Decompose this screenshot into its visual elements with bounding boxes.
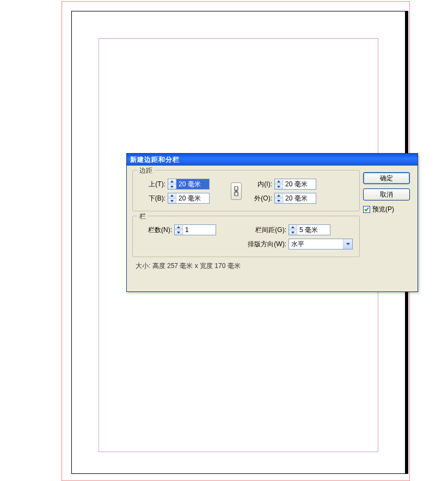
margins-columns-dialog: 新建边距和分栏 边距 上(T):	[126, 153, 418, 292]
dialog-titlebar[interactable]: 新建边距和分栏	[127, 154, 418, 166]
columns-legend: 栏	[137, 212, 148, 221]
column-count-label: 栏数(N):	[139, 226, 174, 235]
margins-legend: 边距	[137, 166, 155, 175]
margin-top-input[interactable]	[176, 179, 209, 189]
margin-bottom-label: 下(B):	[139, 194, 168, 203]
margin-inside-input[interactable]	[283, 179, 316, 189]
checkmark-icon	[364, 207, 369, 212]
cancel-button[interactable]: 取消	[363, 188, 410, 200]
margin-outside-input[interactable]	[283, 193, 316, 203]
direction-value: 水平	[289, 240, 343, 249]
spinner-up-icon[interactable]	[289, 225, 297, 230]
margin-bottom-spinner[interactable]	[168, 193, 210, 204]
margins-group: 边距 上(T):	[132, 170, 360, 211]
spinner-down-icon[interactable]	[168, 199, 176, 204]
margin-top-label: 上(T):	[139, 180, 168, 189]
link-margins-button[interactable]	[231, 182, 242, 200]
dialog-title: 新建边距和分栏	[130, 156, 180, 163]
gutter-label: 栏间距(G):	[245, 226, 289, 235]
direction-dropdown[interactable]: 水平	[289, 239, 353, 249]
margin-outside-label: 外(O):	[246, 194, 274, 203]
gutter-spinner[interactable]	[289, 224, 330, 235]
column-count-input[interactable]	[183, 225, 216, 235]
direction-label: 排版方向(W):	[245, 240, 289, 249]
chain-link-icon	[234, 186, 238, 196]
margin-top-spinner[interactable]	[168, 179, 210, 190]
margin-bottom-input[interactable]	[176, 193, 209, 203]
spinner-down-icon[interactable]	[275, 199, 283, 204]
checkbox-box[interactable]	[363, 206, 370, 213]
column-count-spinner[interactable]	[174, 224, 216, 235]
dialog-status-text: 大小: 高度 257 毫米 x 宽度 170 毫米	[132, 261, 360, 271]
ok-button[interactable]: 确定	[363, 172, 410, 184]
spinner-down-icon[interactable]	[168, 185, 176, 190]
gutter-input[interactable]	[297, 225, 330, 235]
spinner-down-icon[interactable]	[289, 230, 297, 235]
margin-inside-label: 内(I):	[246, 180, 274, 189]
columns-group: 栏 栏数(N):	[132, 216, 360, 257]
spinner-down-icon[interactable]	[175, 230, 182, 235]
preview-checkbox[interactable]: 预览(P)	[363, 205, 412, 214]
spinner-down-icon[interactable]	[275, 185, 283, 190]
spinner-up-icon[interactable]	[168, 179, 176, 185]
spinner-up-icon[interactable]	[168, 193, 176, 199]
margin-outside-spinner[interactable]	[274, 193, 316, 204]
spinner-up-icon[interactable]	[175, 225, 182, 230]
spinner-up-icon[interactable]	[275, 179, 283, 185]
margin-inside-spinner[interactable]	[274, 179, 316, 190]
preview-checkbox-label: 预览(P)	[372, 205, 394, 214]
chevron-down-icon[interactable]	[343, 239, 352, 249]
spinner-up-icon[interactable]	[275, 193, 283, 199]
